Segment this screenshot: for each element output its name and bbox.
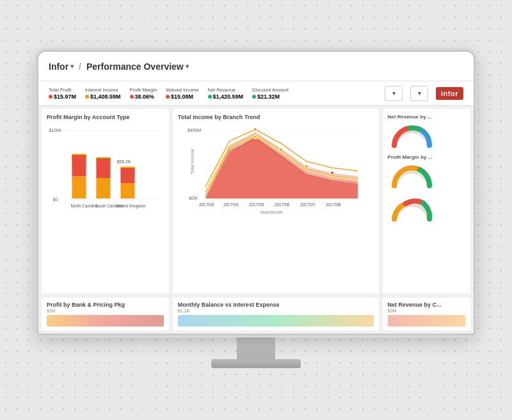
monitor-stand-neck bbox=[237, 334, 275, 359]
chart-income-trend: Total Income by Branch Trend $450M $0M T… bbox=[173, 109, 379, 294]
kpi-dot-icon bbox=[49, 95, 52, 99]
breadcrumb-page[interactable]: Performance Overview ▾ bbox=[86, 61, 189, 72]
chevron-down-icon-page: ▾ bbox=[186, 63, 189, 70]
svg-rect-8 bbox=[96, 178, 110, 198]
kpi-dot-icon bbox=[208, 95, 212, 99]
charts-area: Profit Margin by Account Type $100K $0 bbox=[38, 106, 474, 334]
chart-title-profit-margin: Profit Margin by Account Type bbox=[47, 114, 164, 120]
kpi-value: $15.97M bbox=[49, 93, 76, 100]
svg-text:2017/07: 2017/07 bbox=[300, 202, 316, 207]
svg-rect-6 bbox=[72, 155, 86, 176]
chart-title-income-trend: Total Income by Branch Trend bbox=[178, 114, 374, 120]
kpi-bar: Total Profit $15.97M Interest Income $1,… bbox=[38, 81, 474, 106]
chevron-down-icon: ▾ bbox=[70, 63, 74, 70]
kpi-dot-icon bbox=[166, 95, 170, 99]
bar-chart-profit-margin: $100K $0 bbox=[47, 123, 164, 216]
svg-point-27 bbox=[253, 128, 257, 131]
svg-rect-12 bbox=[120, 168, 134, 183]
kpi-dot-icon bbox=[85, 95, 89, 99]
gauge-3 bbox=[388, 195, 465, 225]
monitor: Infor ▾ / Performance Overview ▾ Total P… bbox=[38, 52, 474, 368]
monitor-stand-base bbox=[211, 359, 301, 368]
infor-logo-badge: infor bbox=[436, 87, 463, 100]
chart-monthly-balance: Monthly Balance vs Interest Expense $1.1… bbox=[173, 298, 379, 330]
kpi-item: Discount Amount $21.32M bbox=[252, 87, 289, 100]
svg-text:2017/03: 2017/03 bbox=[199, 202, 214, 207]
svg-text:2017/05: 2017/05 bbox=[249, 202, 264, 207]
kpi-label: Total Profit bbox=[49, 87, 76, 93]
svg-point-24 bbox=[279, 149, 282, 152]
kpi-dot-icon bbox=[252, 95, 256, 99]
breadcrumb-separator: / bbox=[79, 61, 81, 72]
filter-button-1[interactable]: ▾ bbox=[385, 86, 403, 101]
kpi-label: Discount Amount bbox=[252, 87, 289, 93]
kpi-value: $1,420.59M bbox=[208, 93, 244, 100]
svg-text:2017/06: 2017/06 bbox=[275, 202, 290, 207]
kpi-label: Interest Income bbox=[85, 87, 121, 93]
chart-bottom-center-label: $1.1B bbox=[178, 309, 374, 313]
breadcrumb-app-label: Infor bbox=[49, 61, 68, 72]
svg-rect-9 bbox=[96, 158, 110, 178]
svg-point-23 bbox=[253, 135, 257, 139]
chart-profit-bank: Profit by Bank & Pricing Pkg $1M bbox=[42, 298, 169, 330]
chart-net-revenue-c: Net Revenue by C... $3M bbox=[383, 298, 470, 330]
monitor-screen: Infor ▾ / Performance Overview ▾ Total P… bbox=[38, 52, 474, 334]
svg-text:$0: $0 bbox=[52, 197, 58, 202]
kpi-label: Net Revenue bbox=[208, 87, 244, 93]
chart-bottom-right-label: $3M bbox=[388, 309, 465, 313]
filter-button-2[interactable]: ▾ bbox=[410, 86, 428, 101]
svg-text:2017/04: 2017/04 bbox=[223, 202, 239, 207]
header-bar: Infor ▾ / Performance Overview ▾ bbox=[38, 52, 474, 81]
kpi-item: Total Profit $15.97M bbox=[49, 87, 76, 100]
gauge-profit-margin-title: Profit Margin by ... bbox=[388, 154, 433, 160]
svg-rect-5 bbox=[72, 176, 86, 198]
kpi-item: Waived Income $15.08M bbox=[166, 87, 198, 100]
svg-text:$0M: $0M bbox=[189, 196, 198, 200]
svg-text:$100K: $100K bbox=[49, 128, 62, 133]
chart-bottom-left-label: $1M bbox=[47, 309, 164, 313]
svg-text:Year/Month: Year/Month bbox=[260, 210, 283, 214]
kpi-label: Waived Income bbox=[166, 87, 198, 93]
kpi-item: Interest Income $1,408.59M bbox=[85, 87, 121, 100]
kpi-value: $15.08M bbox=[166, 93, 198, 100]
breadcrumb-page-label: Performance Overview bbox=[86, 61, 184, 72]
svg-point-25 bbox=[305, 165, 308, 168]
breadcrumb-app[interactable]: Infor ▾ bbox=[49, 61, 74, 72]
kpi-label: Profit Margin bbox=[130, 87, 157, 93]
svg-text:United Kingdom: United Kingdom bbox=[116, 204, 145, 209]
svg-text:Total Income: Total Income bbox=[190, 149, 195, 174]
gauge-net-revenue-title: Net Revenue by ... bbox=[388, 114, 432, 120]
breadcrumb: Infor ▾ / Performance Overview ▾ bbox=[49, 61, 189, 72]
kpi-item: Net Revenue $1,420.59M bbox=[208, 87, 244, 100]
dashboard: Infor ▾ / Performance Overview ▾ Total P… bbox=[38, 52, 474, 334]
svg-text:$58.2K: $58.2K bbox=[116, 159, 131, 164]
kpi-value: $1,408.59M bbox=[85, 93, 121, 100]
gauge-profit-margin: Profit Margin by ... bbox=[388, 154, 465, 192]
kpi-value: $21.32M bbox=[252, 93, 289, 100]
chart-gauges: Net Revenue by ... Profit Margin by ... bbox=[383, 109, 470, 294]
svg-point-26 bbox=[330, 172, 333, 175]
svg-rect-11 bbox=[120, 183, 134, 198]
svg-text:North Carolina: North Carolina bbox=[70, 204, 97, 208]
chart-profit-margin: Profit Margin by Account Type $100K $0 bbox=[42, 109, 169, 294]
gauge-net-revenue: Net Revenue by ... bbox=[388, 114, 465, 152]
kpi-dot-icon bbox=[130, 95, 134, 99]
chart-title-profit-bank: Profit by Bank & Pricing Pkg bbox=[47, 302, 164, 308]
kpi-value: 38.06% bbox=[130, 93, 157, 100]
kpi-item: Profit Margin 38.06% bbox=[130, 87, 157, 100]
chart-title-monthly-balance: Monthly Balance vs Interest Expense bbox=[178, 302, 374, 308]
svg-text:2017/08: 2017/08 bbox=[326, 202, 341, 207]
chart-title-net-revenue-c: Net Revenue by C... bbox=[388, 302, 465, 308]
svg-text:$450M: $450M bbox=[188, 128, 202, 133]
